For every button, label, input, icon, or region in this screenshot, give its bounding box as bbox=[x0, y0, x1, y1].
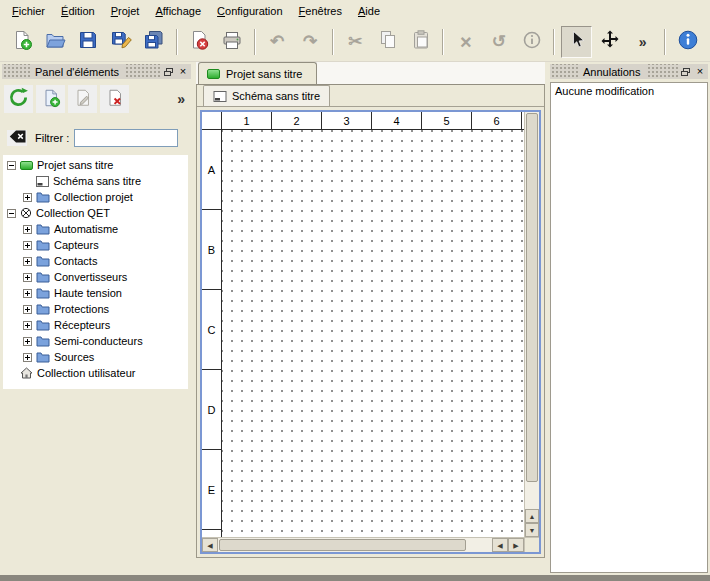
dock-handle[interactable] bbox=[2, 64, 30, 79]
toolbar-extension-button[interactable]: » bbox=[627, 26, 658, 58]
tree-item-haute-tension[interactable]: Haute tension bbox=[3, 285, 188, 301]
scroll-left-button[interactable]: ◀ bbox=[202, 538, 218, 552]
scroll-left-button[interactable]: ◀ bbox=[492, 538, 508, 552]
about-button[interactable] bbox=[672, 26, 703, 58]
reload-collections-button[interactable] bbox=[4, 85, 33, 113]
save-as-button[interactable] bbox=[106, 26, 137, 58]
elements-tree[interactable]: Projet sans titre Schéma sans titre Coll… bbox=[3, 155, 188, 389]
tree-item-automatisme[interactable]: Automatisme bbox=[3, 221, 188, 237]
close-panel-button[interactable]: × bbox=[693, 65, 707, 78]
tree-item-label: Collection projet bbox=[54, 191, 133, 203]
menu-projet[interactable]: Projet bbox=[103, 2, 148, 20]
tree-item-label: Convertisseurs bbox=[54, 271, 127, 283]
expand-expander-icon[interactable] bbox=[23, 321, 32, 330]
elements-panel-titlebar[interactable]: Panel d'éléments × bbox=[2, 64, 191, 79]
tree-item-capteurs[interactable]: Capteurs bbox=[3, 237, 188, 253]
expand-expander-icon[interactable] bbox=[23, 337, 32, 346]
expand-expander-icon[interactable] bbox=[23, 305, 32, 314]
scroll-down-button[interactable]: ▼ bbox=[525, 523, 539, 537]
clear-filter-button[interactable] bbox=[7, 130, 27, 146]
schema-viewport: 1 2 3 4 5 6 A B C D E bbox=[202, 112, 524, 537]
tree-item-protections[interactable]: Protections bbox=[3, 301, 188, 317]
print-button[interactable] bbox=[217, 26, 248, 58]
cut-button[interactable]: ✂ bbox=[340, 26, 371, 58]
float-panel-button[interactable] bbox=[678, 65, 692, 78]
float-panel-button[interactable] bbox=[161, 65, 175, 78]
tree-item-collection-qet[interactable]: Collection QET bbox=[3, 205, 188, 221]
tree-item-label: Automatisme bbox=[54, 223, 118, 235]
home-icon bbox=[20, 367, 33, 379]
expand-expander-icon[interactable] bbox=[23, 193, 32, 202]
delete-button[interactable]: × bbox=[450, 26, 481, 58]
delete-element-button[interactable] bbox=[100, 85, 129, 113]
scroll-right-button[interactable]: ▶ bbox=[508, 538, 524, 552]
dock-handle[interactable] bbox=[646, 64, 679, 79]
dock-handle[interactable] bbox=[124, 64, 161, 79]
vertical-scroll-thumb[interactable] bbox=[526, 113, 538, 482]
pan-mode-button[interactable] bbox=[594, 26, 625, 58]
undo-button[interactable]: ↶ bbox=[262, 26, 293, 58]
filter-input[interactable] bbox=[74, 129, 178, 147]
new-project-button[interactable] bbox=[7, 26, 38, 58]
arrow-up-icon: ▲ bbox=[529, 513, 536, 520]
expand-expander-icon[interactable] bbox=[23, 353, 32, 362]
qet-collection-icon bbox=[20, 207, 32, 219]
menu-bar: Fichier Édition Projet Affichage Configu… bbox=[0, 0, 710, 22]
vertical-scrollbar[interactable]: ▲ ▼ bbox=[524, 112, 539, 537]
copy-button[interactable] bbox=[373, 26, 404, 58]
close-project-button[interactable] bbox=[184, 26, 215, 58]
expand-expander-icon[interactable] bbox=[23, 289, 32, 298]
tree-item-label: Haute tension bbox=[54, 287, 122, 299]
delete-x-icon: × bbox=[460, 32, 472, 52]
redo-button[interactable]: ↷ bbox=[295, 26, 326, 58]
expand-expander-icon[interactable] bbox=[23, 241, 32, 250]
save-all-button[interactable] bbox=[139, 26, 170, 58]
element-info-button[interactable] bbox=[516, 26, 547, 58]
row-header-column: A B C D E bbox=[202, 130, 222, 537]
tree-item-sources[interactable]: Sources bbox=[3, 349, 188, 365]
open-project-button[interactable] bbox=[40, 26, 71, 58]
save-button[interactable] bbox=[73, 26, 104, 58]
folder-icon bbox=[36, 191, 50, 203]
select-mode-button[interactable] bbox=[561, 26, 592, 58]
expand-expander-icon[interactable] bbox=[23, 225, 32, 234]
schema-canvas[interactable] bbox=[222, 130, 524, 537]
close-panel-button[interactable]: × bbox=[176, 65, 190, 78]
vertical-scroll-track[interactable] bbox=[525, 112, 539, 509]
toolbar-separator bbox=[332, 29, 334, 55]
horizontal-scroll-track[interactable] bbox=[218, 538, 492, 552]
expand-expander-icon[interactable] bbox=[23, 273, 32, 282]
schema-tab-bar: Schéma sans titre bbox=[197, 85, 544, 107]
horizontal-scroll-thumb[interactable] bbox=[219, 539, 466, 551]
undo-history-list[interactable]: Aucune modification bbox=[550, 82, 708, 573]
collapse-expander-icon[interactable] bbox=[7, 161, 16, 170]
undo-panel-titlebar[interactable]: Annulations × bbox=[550, 64, 708, 79]
panel-extension-button[interactable]: » bbox=[177, 91, 191, 107]
edit-element-button[interactable] bbox=[68, 85, 97, 113]
new-element-button[interactable] bbox=[36, 85, 65, 113]
tab-schema-sans-titre[interactable]: Schéma sans titre bbox=[203, 85, 330, 106]
tree-item-convertisseurs[interactable]: Convertisseurs bbox=[3, 269, 188, 285]
expand-expander-icon[interactable] bbox=[23, 257, 32, 266]
open-folder-icon bbox=[44, 29, 66, 54]
dock-handle[interactable] bbox=[550, 64, 578, 79]
tree-item-collection-projet[interactable]: Collection projet bbox=[3, 189, 188, 205]
tree-item-recepteurs[interactable]: Récepteurs bbox=[3, 317, 188, 333]
menu-edition[interactable]: Édition bbox=[53, 2, 103, 20]
menu-fichier[interactable]: Fichier bbox=[4, 2, 53, 20]
menu-fenetres[interactable]: Fenêtres bbox=[291, 2, 350, 20]
menu-affichage[interactable]: Affichage bbox=[147, 2, 209, 20]
rotate-button[interactable]: ↺ bbox=[483, 26, 514, 58]
tree-item-semi-conducteurs[interactable]: Semi-conducteurs bbox=[3, 333, 188, 349]
tree-item-schema-sans-titre[interactable]: Schéma sans titre bbox=[3, 173, 188, 189]
tab-projet-sans-titre[interactable]: Projet sans titre bbox=[198, 62, 317, 84]
collapse-expander-icon[interactable] bbox=[7, 209, 16, 218]
scroll-up-button[interactable]: ▲ bbox=[525, 509, 539, 523]
menu-aide[interactable]: Aide bbox=[350, 2, 388, 20]
paste-button[interactable] bbox=[405, 26, 436, 58]
tree-item-collection-utilisateur[interactable]: Collection utilisateur bbox=[3, 365, 188, 381]
menu-configuration[interactable]: Configuration bbox=[209, 2, 290, 20]
tree-item-contacts[interactable]: Contacts bbox=[3, 253, 188, 269]
tree-item-projet-sans-titre[interactable]: Projet sans titre bbox=[3, 157, 188, 173]
horizontal-scrollbar[interactable]: ◀ ◀ ▶ bbox=[202, 537, 524, 552]
